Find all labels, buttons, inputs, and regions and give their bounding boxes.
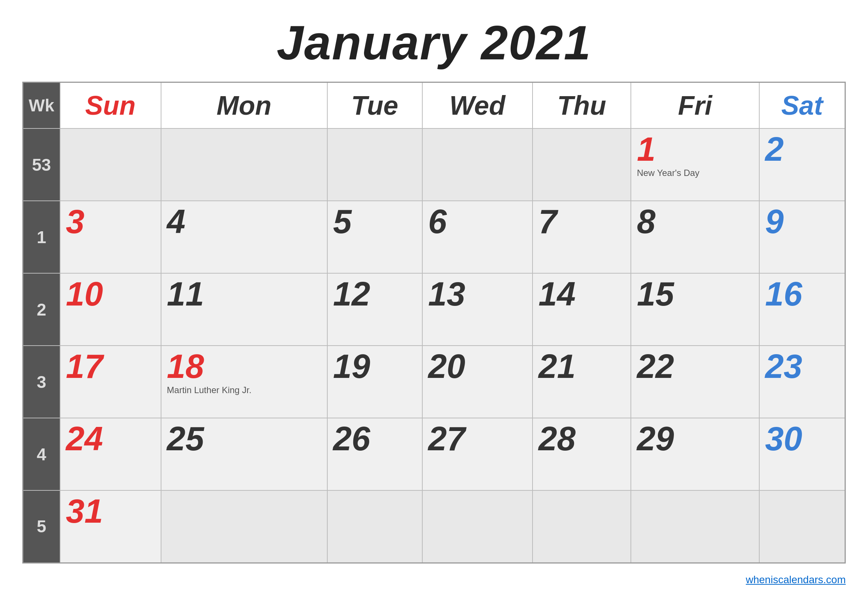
day-number: 24 bbox=[66, 422, 155, 456]
day-number: 4 bbox=[167, 205, 321, 238]
tue-header: Tue bbox=[327, 82, 422, 129]
day-cell-1: 1New Year's Day bbox=[631, 129, 759, 201]
day-cell-12: 12 bbox=[327, 273, 422, 346]
day-cell-20: 20 bbox=[422, 346, 533, 418]
calendar-table: Wk Sun Mon Tue Wed Thu Fri Sat 531New Ye… bbox=[22, 82, 846, 563]
day-cell-7: 7 bbox=[533, 201, 631, 273]
day-cell-23: 23 bbox=[759, 346, 845, 418]
day-cell-19: 19 bbox=[327, 346, 422, 418]
calendar-container: Wk Sun Mon Tue Wed Thu Fri Sat 531New Ye… bbox=[22, 82, 846, 563]
day-number: 26 bbox=[333, 422, 416, 456]
holiday-label: Martin Luther King Jr. bbox=[167, 385, 321, 395]
day-number: 28 bbox=[538, 422, 625, 456]
sat-header: Sat bbox=[759, 82, 845, 129]
day-cell-21: 21 bbox=[533, 346, 631, 418]
day-cell-empty bbox=[759, 490, 845, 563]
week-row-1: 531New Year's Day2 bbox=[23, 129, 845, 201]
day-number: 10 bbox=[66, 277, 155, 311]
day-cell-25: 25 bbox=[161, 418, 327, 490]
thu-header: Thu bbox=[533, 82, 631, 129]
wk-cell-4: 4 bbox=[23, 418, 60, 490]
day-cell-empty bbox=[161, 129, 327, 201]
day-number: 6 bbox=[428, 205, 527, 238]
day-number: 11 bbox=[167, 277, 321, 311]
day-cell-2: 2 bbox=[759, 129, 845, 201]
mon-header: Mon bbox=[161, 82, 327, 129]
day-number: 16 bbox=[765, 277, 839, 311]
day-number: 21 bbox=[538, 350, 625, 383]
day-number: 12 bbox=[333, 277, 416, 311]
day-cell-4: 4 bbox=[161, 201, 327, 273]
day-number: 25 bbox=[167, 422, 321, 456]
header-row: Wk Sun Mon Tue Wed Thu Fri Sat bbox=[23, 82, 845, 129]
wk-cell-3: 3 bbox=[23, 346, 60, 418]
holiday-label: New Year's Day bbox=[637, 168, 753, 178]
day-cell-11: 11 bbox=[161, 273, 327, 346]
wk-cell-1: 1 bbox=[23, 201, 60, 273]
day-cell-8: 8 bbox=[631, 201, 759, 273]
week-row-2: 13456789 bbox=[23, 201, 845, 273]
week-row-6: 531 bbox=[23, 490, 845, 563]
day-cell-18: 18Martin Luther King Jr. bbox=[161, 346, 327, 418]
day-number: 30 bbox=[765, 422, 839, 456]
day-number: 31 bbox=[66, 495, 155, 528]
sun-header: Sun bbox=[60, 82, 161, 129]
day-cell-empty bbox=[327, 129, 422, 201]
fri-header: Fri bbox=[631, 82, 759, 129]
day-cell-empty bbox=[327, 490, 422, 563]
day-number: 7 bbox=[538, 205, 625, 238]
wk-cell-53: 53 bbox=[23, 129, 60, 201]
day-number: 1 bbox=[637, 133, 753, 166]
wed-header: Wed bbox=[422, 82, 533, 129]
week-row-3: 210111213141516 bbox=[23, 273, 845, 346]
day-cell-empty bbox=[631, 490, 759, 563]
day-number: 2 bbox=[765, 133, 839, 166]
wk-cell-5: 5 bbox=[23, 490, 60, 563]
day-number: 19 bbox=[333, 350, 416, 383]
day-number: 23 bbox=[765, 350, 839, 383]
week-row-5: 424252627282930 bbox=[23, 418, 845, 490]
day-cell-24: 24 bbox=[60, 418, 161, 490]
day-number: 3 bbox=[66, 205, 155, 238]
day-number: 15 bbox=[637, 277, 753, 311]
day-cell-10: 10 bbox=[60, 273, 161, 346]
page-title: January 2021 bbox=[277, 15, 592, 71]
day-cell-22: 22 bbox=[631, 346, 759, 418]
day-cell-14: 14 bbox=[533, 273, 631, 346]
day-number: 17 bbox=[66, 350, 155, 383]
day-number: 14 bbox=[538, 277, 625, 311]
watermark-link[interactable]: wheniscalendars.com bbox=[746, 574, 846, 585]
day-number: 5 bbox=[333, 205, 416, 238]
day-cell-30: 30 bbox=[759, 418, 845, 490]
day-number: 27 bbox=[428, 422, 527, 456]
wk-cell-2: 2 bbox=[23, 273, 60, 346]
day-cell-9: 9 bbox=[759, 201, 845, 273]
day-cell-5: 5 bbox=[327, 201, 422, 273]
day-cell-15: 15 bbox=[631, 273, 759, 346]
day-cell-13: 13 bbox=[422, 273, 533, 346]
day-number: 13 bbox=[428, 277, 527, 311]
day-cell-26: 26 bbox=[327, 418, 422, 490]
day-number: 22 bbox=[637, 350, 753, 383]
day-cell-3: 3 bbox=[60, 201, 161, 273]
day-cell-empty bbox=[60, 129, 161, 201]
day-cell-empty bbox=[161, 490, 327, 563]
day-number: 18 bbox=[167, 350, 321, 383]
day-cell-31: 31 bbox=[60, 490, 161, 563]
day-cell-17: 17 bbox=[60, 346, 161, 418]
day-cell-empty bbox=[422, 490, 533, 563]
day-number: 20 bbox=[428, 350, 527, 383]
day-cell-16: 16 bbox=[759, 273, 845, 346]
day-number: 8 bbox=[637, 205, 753, 238]
day-cell-28: 28 bbox=[533, 418, 631, 490]
day-cell-6: 6 bbox=[422, 201, 533, 273]
day-number: 9 bbox=[765, 205, 839, 238]
day-cell-29: 29 bbox=[631, 418, 759, 490]
day-cell-27: 27 bbox=[422, 418, 533, 490]
watermark[interactable]: wheniscalendars.com bbox=[746, 574, 846, 586]
week-row-4: 31718Martin Luther King Jr.1920212223 bbox=[23, 346, 845, 418]
day-cell-empty bbox=[533, 490, 631, 563]
day-cell-empty bbox=[422, 129, 533, 201]
day-number: 29 bbox=[637, 422, 753, 456]
day-cell-empty bbox=[533, 129, 631, 201]
